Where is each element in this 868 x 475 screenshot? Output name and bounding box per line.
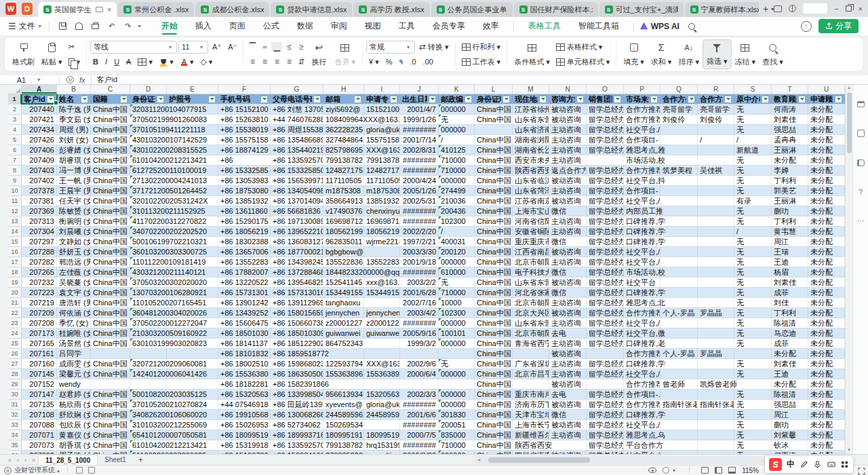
cell-M32[interactable]: 天津市宝坻: [513, 410, 549, 419]
cell-R1[interactable]: 合作方名: [698, 94, 734, 104]
cell-R11[interactable]: [698, 196, 734, 206]
cell-L3[interactable]: China中国: [475, 115, 513, 124]
paste-button[interactable]: 粘贴 ▾: [38, 39, 66, 69]
cell-K11[interactable]: 210036: [439, 196, 475, 206]
cell-L30[interactable]: China中国: [475, 390, 513, 399]
row-header-21[interactable]: 21: [8, 298, 22, 307]
cell-P15[interactable]: 口碑推荐,学: [624, 237, 660, 246]
row-header-8[interactable]: 8: [8, 166, 22, 175]
cell-M35[interactable]: 陕西省西安: [513, 440, 549, 450]
cell-A34[interactable]: 207071: [22, 430, 57, 440]
row-header-15[interactable]: 15: [8, 237, 22, 246]
cell-I4[interactable]: gloria@uk: [364, 125, 400, 134]
cell-A14[interactable]: 207304: [22, 227, 57, 236]
cell-C22[interactable]: China中国: [91, 308, 130, 318]
decrease-indent-icon[interactable]: ≤: [283, 42, 294, 52]
cell-J19[interactable]: 2003/2/2: [400, 278, 439, 287]
cell-K33[interactable]: 200051: [439, 420, 475, 430]
cell-N30[interactable]: 去电: [549, 390, 587, 399]
cell-P31[interactable]: 合作方推荐: [624, 400, 660, 409]
cell-G31[interactable]: +86 田延岭1395: [271, 400, 323, 409]
filter-dropdown-icon[interactable]: [260, 96, 268, 103]
cell-R17[interactable]: [698, 257, 734, 267]
cell-N21[interactable]: 主动咨询: [549, 298, 587, 307]
filter-dropdown-icon[interactable]: [724, 96, 732, 103]
cell-O32[interactable]: 留学总经办: [587, 410, 624, 419]
cell-D22[interactable]: 360481200304020026: [130, 308, 167, 318]
fullscreen-icon[interactable]: [858, 466, 865, 473]
cell-S14[interactable]: /: [734, 227, 772, 236]
cell-B21[interactable]: 唐浩轩 (男: [57, 298, 91, 307]
cell-M7[interactable]: 西安市未央: [513, 155, 549, 165]
cell-U9[interactable]: 未分配: [808, 176, 845, 185]
cell-O35[interactable]: 留学总经办: [587, 440, 624, 450]
cell-R34[interactable]: [698, 430, 734, 440]
cell-T28[interactable]: 王迪: [772, 369, 808, 379]
cell-P25[interactable]: 口碑推荐,老: [624, 339, 660, 348]
cell-L2[interactable]: China中国: [475, 104, 513, 114]
cell-J13[interactable]: ########: [400, 216, 439, 226]
cell-G16[interactable]: +86 1877000215: [271, 247, 323, 256]
cell-H15[interactable]: 962835011: [323, 237, 364, 246]
cell-B3[interactable]: 季文茹 (女: [57, 115, 91, 124]
zoom-formula-icon[interactable]: ⊖: [66, 76, 74, 83]
save-button[interactable]: [58, 22, 68, 31]
cell-U6[interactable]: 未分配: [808, 145, 845, 155]
cell-M9[interactable]: 山东省临沂: [513, 176, 549, 185]
cell-E26[interactable]: [167, 349, 218, 358]
filter-dropdown-icon[interactable]: [835, 96, 842, 103]
cell-D2[interactable]: 320311200104077915: [130, 104, 167, 114]
cell-J15[interactable]: 1997/2/21: [400, 237, 439, 246]
cell-U31[interactable]: 未分配: [808, 400, 845, 409]
cell-O6[interactable]: 留学总经办: [587, 145, 624, 155]
output-button[interactable]: [74, 22, 85, 31]
cell-N27[interactable]: 主动咨询: [549, 359, 587, 368]
cell-U20[interactable]: 未分配: [808, 288, 845, 297]
cell-S28[interactable]: 无: [734, 369, 772, 379]
cell-G15[interactable]: +86 1360831276: [271, 237, 323, 246]
cell-C5[interactable]: China中国: [91, 135, 130, 145]
cell-B35[interactable]: 胡香琪 (女: [57, 440, 91, 450]
cell-I20[interactable]: 153449155: [364, 288, 400, 297]
cell-G25[interactable]: +86 1851229020: [271, 339, 323, 348]
cell-O33[interactable]: 留学总经办: [587, 420, 624, 430]
sheet-tab-11_28_5_1000[interactable]: 11_28_5_1000: [38, 455, 98, 465]
center-screen-icon[interactable]: ▾: [663, 467, 677, 474]
cell-G26[interactable]: +86 1859518772: [271, 349, 323, 358]
cell-J29[interactable]: [400, 379, 439, 389]
cell-K18[interactable]: 610000: [439, 267, 475, 277]
cell-D3[interactable]: 370502199901260083: [130, 115, 167, 124]
cell-B11[interactable]: 任天宇 (女: [57, 196, 91, 206]
cell-N2[interactable]: 被动咨询: [549, 104, 587, 114]
cell-R22[interactable]: 罗晶晶: [698, 308, 734, 318]
cell-K10[interactable]: 274499: [439, 186, 475, 195]
fill-color-button[interactable]: ⛊ ▾: [157, 55, 176, 69]
cell-B5[interactable]: 刘妍 (女): [57, 135, 91, 145]
col-header-U[interactable]: U: [808, 85, 845, 94]
cell-B7[interactable]: 胡睿琪 (女: [57, 155, 91, 165]
cell-K23[interactable]: 000000: [439, 318, 475, 328]
cell-P22[interactable]: 合作方推荐: [624, 308, 660, 318]
cell-N24[interactable]: 去电: [549, 328, 587, 338]
cell-M8[interactable]: 陕西省西安: [513, 166, 549, 175]
cell-O15[interactable]: 留学总经办: [587, 237, 624, 246]
cell-C2[interactable]: China中国: [91, 104, 130, 114]
cell-L20[interactable]: China中国: [475, 288, 513, 297]
cell-I17[interactable]: 135522836: [364, 257, 400, 267]
cell-H32[interactable]: 244589596: [323, 410, 364, 419]
cell-B10[interactable]: 王晨宇 (男: [57, 186, 91, 195]
cell-I15[interactable]: wjrme221@: [364, 237, 400, 246]
filter-dropdown-icon[interactable]: [465, 96, 472, 103]
cell-S34[interactable]: 无: [734, 430, 772, 440]
cell-B34[interactable]: 黄嘉仪 (女: [57, 430, 91, 440]
cell-A12[interactable]: 207369: [22, 206, 57, 216]
cell-R14[interactable]: [698, 227, 734, 236]
cell-L24[interactable]: China中国: [475, 328, 513, 338]
cell-K19[interactable]: 无: [439, 278, 475, 287]
cell-Q29[interactable]: 曾老师: [660, 379, 698, 389]
cell-B15[interactable]: 文静如 (女: [57, 237, 91, 246]
col-header-F[interactable]: F: [218, 85, 271, 94]
cell-L7[interactable]: China中国: [475, 155, 513, 165]
next-sheet-icon[interactable]: ›: [24, 457, 26, 463]
row-header-14[interactable]: 14: [8, 227, 22, 236]
